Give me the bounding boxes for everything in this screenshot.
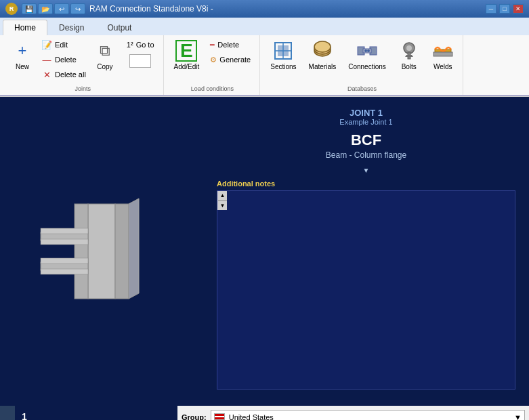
joints-group-label: Joints	[75, 83, 91, 92]
ribbon: Home Design Output + New 📝 Edit	[0, 18, 529, 97]
tab-design[interactable]: Design	[47, 20, 96, 35]
group-row: Group: United States ▼	[182, 410, 525, 420]
copy-button[interactable]: ⧉ Copy	[91, 38, 119, 72]
svg-marker-15	[405, 55, 413, 57]
connections-label: Connections	[348, 63, 386, 70]
undo-btn[interactable]: ↩	[54, 3, 69, 14]
svg-point-10	[364, 49, 367, 52]
add-edit-label: Add/Edit	[174, 63, 200, 70]
svg-rect-20	[115, 204, 129, 299]
copy-icon: ⧉	[94, 40, 116, 62]
sections-button[interactable]: Sections	[267, 38, 299, 72]
load-conditions-group-label: Load conditions	[191, 83, 234, 92]
group-value: United States	[229, 413, 274, 420]
edit-button[interactable]: 📝 Edit	[38, 38, 89, 51]
group-select[interactable]: United States ▼	[211, 410, 525, 420]
joint-info-panel: JOINT 1 Example Joint 1 BCF Beam - Colum…	[203, 97, 529, 406]
connections-button[interactable]: Connections	[345, 38, 389, 72]
new-label: New	[16, 63, 29, 70]
bolts-button[interactable]: Bolts	[395, 38, 423, 72]
svg-point-11	[367, 49, 370, 52]
svg-rect-23	[41, 239, 88, 245]
generate-label: Generate	[219, 56, 251, 64]
welds-label: Welds	[433, 63, 452, 70]
joint-3d-view-top	[0, 97, 203, 406]
tables-panel: Group: United States ▼ Tables 📁 Base Pla…	[177, 406, 529, 420]
window-title: RAM Connection Standalone V8i -	[89, 4, 213, 14]
svg-rect-18	[88, 204, 115, 299]
scroll-down-btn[interactable]: ▼	[218, 201, 227, 210]
ribbon-group-joints: + New 📝 Edit — Delete ✕ Delete all	[3, 35, 164, 95]
bottom-section: Joints 1 BCF ● 0.00 - DL Gro	[0, 406, 529, 420]
generate-button[interactable]: ⚙ Generate	[207, 53, 254, 66]
lc-delete-label: Delete	[217, 41, 239, 49]
joints-sidebar-label: Joints	[0, 406, 15, 420]
add-edit-button[interactable]: E Add/Edit	[171, 38, 203, 72]
new-button[interactable]: + New	[8, 38, 37, 72]
svg-rect-17	[433, 52, 452, 56]
sections-label: Sections	[270, 63, 296, 70]
add-edit-icon: E	[175, 40, 197, 62]
joint-title: JOINT 1	[217, 108, 515, 118]
joint-subtitle: Example Joint 1	[217, 118, 515, 126]
delete-icon: —	[41, 54, 52, 65]
materials-button[interactable]: Materials	[305, 38, 340, 72]
delete-all-label: Delete all	[55, 70, 86, 79]
delete-all-icon: ✕	[41, 69, 52, 80]
svg-marker-30	[129, 198, 139, 299]
minimize-btn[interactable]: ─	[486, 4, 496, 14]
svg-rect-19	[75, 204, 88, 299]
svg-rect-26	[41, 269, 88, 274]
svg-rect-22	[41, 228, 88, 234]
databases-group-label: Databases	[347, 83, 377, 92]
group-label: Group:	[182, 413, 207, 420]
goto-input[interactable]	[129, 54, 151, 68]
tab-output[interactable]: Output	[96, 20, 143, 35]
bolts-label: Bolts	[402, 63, 417, 70]
tab-home[interactable]: Home	[3, 20, 47, 35]
svg-rect-25	[41, 258, 88, 264]
goto-button[interactable]: 1² Go to	[123, 38, 158, 51]
svg-point-6	[314, 41, 331, 52]
welds-button[interactable]: Welds	[429, 38, 457, 72]
lc-delete-icon: ━	[210, 41, 215, 49]
joint-description: Beam - Column flange	[217, 150, 515, 160]
delete-button[interactable]: — Delete	[38, 53, 89, 66]
flag-icon	[214, 413, 225, 420]
joint-thumbnail-panel: 1 BCF ● 0.00 - DL	[15, 406, 177, 420]
close-btn[interactable]: ✕	[513, 4, 524, 14]
sections-icon	[272, 40, 294, 62]
redo-btn[interactable]: ↪	[70, 3, 85, 14]
delete-label: Delete	[55, 56, 77, 64]
delete-all-button[interactable]: ✕ Delete all	[38, 68, 89, 81]
svg-point-13	[406, 45, 412, 51]
connections-icon	[356, 40, 378, 62]
materials-icon	[312, 40, 333, 62]
notes-label: Additional notes	[217, 180, 515, 188]
copy-label: Copy	[97, 63, 112, 70]
group-dropdown-arrow: ▼	[514, 413, 522, 420]
main-content: JOINT 1 Example Joint 1 BCF Beam - Colum…	[0, 97, 529, 406]
joint-3d-model	[34, 197, 169, 306]
edit-icon: 📝	[41, 39, 52, 50]
ribbon-group-load-conditions: E Add/Edit ━ Delete ⚙ Generate Load cond…	[165, 35, 261, 95]
generate-icon: ⚙	[210, 56, 217, 64]
joint-dropdown-arrow[interactable]: ▼	[217, 167, 515, 174]
ribbon-group-databases: Sections Materials Connections	[261, 35, 463, 95]
materials-label: Materials	[309, 63, 337, 70]
lc-delete-button[interactable]: ━ Delete	[207, 38, 254, 51]
bolts-icon	[398, 40, 420, 62]
goto-icon: 1²	[127, 41, 133, 49]
app-icon: R	[5, 3, 18, 15]
title-bar: R 💾 📂 ↩ ↪ RAM Connection Standalone V8i …	[0, 0, 529, 18]
joint-type: BCF	[217, 131, 515, 149]
welds-icon	[432, 40, 454, 62]
maximize-btn[interactable]: □	[499, 4, 510, 14]
edit-label: Edit	[55, 41, 68, 49]
notes-box[interactable]: ▲ ▼	[217, 190, 515, 390]
scroll-up-btn[interactable]: ▲	[218, 191, 227, 201]
quick-save-btn[interactable]: 💾	[22, 3, 37, 14]
quick-open-btn[interactable]: 📂	[38, 3, 53, 14]
goto-label: Go to	[136, 41, 154, 49]
new-icon: +	[12, 40, 33, 62]
